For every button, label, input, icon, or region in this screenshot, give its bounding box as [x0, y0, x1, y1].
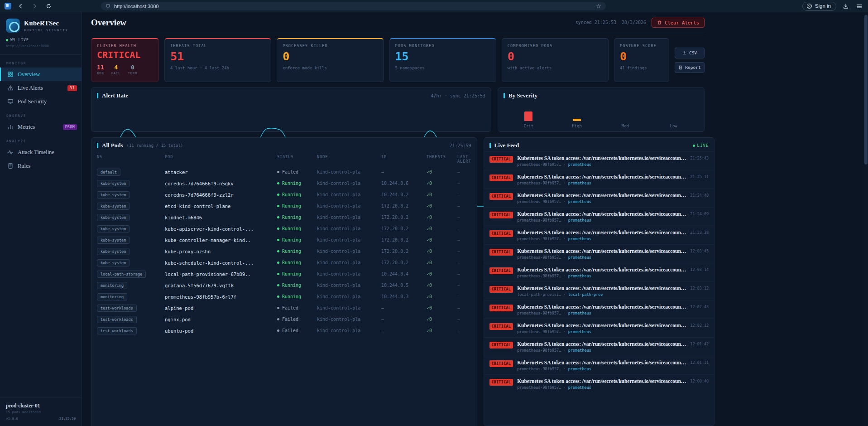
feed-source-line: prometheus-98fb957… · prometheus	[517, 274, 686, 278]
reload-button[interactable]	[43, 1, 53, 11]
status-label: Failed	[282, 317, 298, 322]
feed-item[interactable]: CRITICAL Kubernetes SA token access: /va…	[484, 263, 715, 281]
feed-item[interactable]: CRITICAL Kubernetes SA token access: /va…	[484, 281, 715, 300]
report-button[interactable]: Report	[675, 62, 705, 73]
pod-row[interactable]: kube-system kube-proxy-nzshn Running kin…	[91, 246, 477, 257]
namespace-badge: kube-system	[97, 248, 129, 255]
pod-row[interactable]: kube-system kube-apiserver-kind-control-…	[91, 223, 477, 234]
feed-item[interactable]: CRITICAL Kubernetes SA token access: /va…	[484, 189, 715, 207]
severity-panel: By Severity Crit	[498, 87, 705, 132]
feed-message: Kubernetes SA token access: /var/run/sec…	[517, 286, 686, 291]
timeline-icon	[7, 149, 14, 155]
live-feed-list: CRITICAL Kubernetes SA token access: /va…	[484, 151, 715, 426]
bookmark-star-icon[interactable]: ☆	[596, 3, 601, 9]
status-dot	[277, 261, 279, 264]
pod-row[interactable]: test-workloads nginx-pod Failed kind-con…	[91, 314, 477, 325]
nav-section-label: ANALYZE	[0, 134, 82, 145]
sidebar-item[interactable]: Overview	[0, 68, 82, 81]
feed-item[interactable]: CRITICAL Kubernetes SA token access: /va…	[484, 319, 715, 337]
pod-row[interactable]: kube-system etcd-kind-control-plane Runn…	[91, 200, 477, 212]
downloads-icon[interactable]	[842, 2, 850, 10]
page-scrollbar[interactable]	[864, 12, 868, 426]
menu-icon[interactable]	[855, 2, 863, 10]
ws-live-dot	[6, 39, 8, 41]
feed-separator: ·	[563, 367, 566, 371]
pod-status: Running	[277, 203, 317, 208]
feed-target: local-path-prov	[568, 292, 603, 297]
feed-body: Kubernetes SA token access: /var/run/sec…	[517, 211, 686, 223]
severity-column: Crit	[514, 102, 543, 128]
csv-label: CSV	[689, 50, 697, 55]
ws-status-block: WS LIVE http://localhost:8000	[0, 37, 82, 53]
pod-row[interactable]: monitoring grafana-5f56d77679-vqtf8 Runn…	[91, 280, 477, 291]
pod-node: kind-control-pla	[317, 271, 381, 276]
back-button[interactable]	[15, 1, 25, 11]
pod-row[interactable]: kube-system kindnet-m6846 Running kind-c…	[91, 212, 477, 223]
status-label: Running	[282, 215, 301, 220]
sidebar-item[interactable]: Live Alerts 51	[0, 81, 82, 95]
trash-icon	[657, 20, 662, 25]
pod-row[interactable]: kube-system coredns-7d764666f9-n5gkv Run…	[91, 178, 477, 189]
feed-item[interactable]: CRITICAL Kubernetes SA token access: /va…	[484, 337, 715, 356]
clear-alerts-button[interactable]: Clear Alerts	[652, 18, 705, 28]
window-icon[interactable]	[5, 3, 11, 10]
live-feed-title: Live Feed	[494, 142, 519, 149]
pod-name: kube-controller-manager-kind..	[165, 237, 277, 243]
feed-item[interactable]: CRITICAL Kubernetes SA token access: /va…	[484, 356, 715, 374]
feed-message: Kubernetes SA token access: /var/run/sec…	[517, 304, 686, 310]
sidebar-item[interactable]: Metrics PROM	[0, 120, 82, 134]
feed-source-pod: prometheus-98fb957…	[517, 385, 561, 390]
posture-score-sub: 41 findings	[620, 66, 663, 70]
feed-separator: ·	[563, 255, 566, 260]
feed-item[interactable]: CRITICAL Kubernetes SA token access: /va…	[484, 374, 715, 393]
person-icon	[806, 3, 812, 9]
sidebar-item[interactable]: Attack Timeline	[0, 145, 82, 159]
live-feed-panel: Live Feed LIVE CRITICAL	[484, 137, 715, 426]
mini-stat-label: RUN	[97, 72, 104, 75]
compromised-pods-sub: with active alerts	[508, 66, 603, 70]
pod-status: Running	[277, 260, 317, 265]
feed-separator: ·	[563, 292, 566, 297]
feed-item[interactable]: CRITICAL Kubernetes SA token access: /va…	[484, 300, 715, 319]
pod-name: etcd-kind-control-plane	[165, 203, 277, 209]
feed-timestamp: 12:03:12	[690, 286, 709, 290]
severity-badge: CRITICAL	[489, 305, 513, 311]
pod-ip: 172.20.0.2	[381, 260, 427, 265]
mini-stat: 11 RUN	[97, 64, 104, 75]
feed-item[interactable]: CRITICAL Kubernetes SA token access: /va…	[484, 151, 715, 170]
sign-in-button[interactable]: Sign in	[802, 2, 836, 11]
sidebar-item[interactable]: Rules	[0, 159, 82, 173]
sidebar-item[interactable]: Pod Security	[0, 95, 82, 108]
feed-body: Kubernetes SA token access: /var/run/sec…	[517, 286, 686, 297]
pod-row[interactable]: local-path-storage local-path-provisione…	[91, 268, 477, 280]
pod-ip: 10.244.0.3	[381, 294, 427, 299]
window-icon-inner	[6, 4, 9, 7]
pod-row[interactable]: test-workloads alpine-pod Failed kind-co…	[91, 302, 477, 314]
forward-button[interactable]	[29, 1, 39, 11]
feed-body: Kubernetes SA token access: /var/run/sec…	[517, 378, 686, 390]
feed-item[interactable]: CRITICAL Kubernetes SA token access: /va…	[484, 207, 715, 226]
page-scrollbar-thumb[interactable]	[864, 15, 868, 165]
pod-row[interactable]: monitoring prometheus-98fb957b-6rl7f Run…	[91, 291, 477, 302]
namespace-cell: kube-system	[97, 260, 165, 265]
cluster-health-card: CLUSTER HEALTH CRITICAL 11 RUN	[91, 38, 159, 82]
pod-row[interactable]: kube-system kube-scheduler-kind-control-…	[91, 257, 477, 268]
severity-column: Low	[659, 102, 688, 128]
feed-item[interactable]: CRITICAL Kubernetes SA token access: /va…	[484, 170, 715, 189]
feed-timestamp: 21:24:09	[690, 212, 709, 216]
pod-ip: 10.244.0.2	[381, 192, 427, 197]
feed-message: Kubernetes SA token access: /var/run/sec…	[517, 267, 686, 272]
pod-row[interactable]: kube-system coredns-7d764666f9-zzl2r Run…	[91, 189, 477, 200]
namespace-cell: test-workloads	[97, 317, 165, 322]
url-bar[interactable]: http://localhost:3000 ☆	[101, 2, 606, 10]
feed-item[interactable]: CRITICAL Kubernetes SA token access: /va…	[484, 244, 715, 263]
feed-message: Kubernetes SA token access: /var/run/sec…	[517, 378, 686, 384]
severity-badge: CRITICAL	[489, 230, 513, 237]
feed-source-line: prometheus-98fb957… · prometheus	[517, 367, 686, 371]
feed-separator: ·	[563, 199, 566, 204]
feed-item[interactable]: CRITICAL Kubernetes SA token access: /va…	[484, 226, 715, 244]
csv-button[interactable]: CSV	[675, 48, 705, 58]
pod-row[interactable]: kube-system kube-controller-manager-kind…	[91, 234, 477, 246]
pod-row[interactable]: default attacker Failed kind-control-pla…	[91, 166, 477, 178]
pod-row[interactable]: test-workloads ubuntu-pod Failed kind-co…	[91, 325, 477, 336]
